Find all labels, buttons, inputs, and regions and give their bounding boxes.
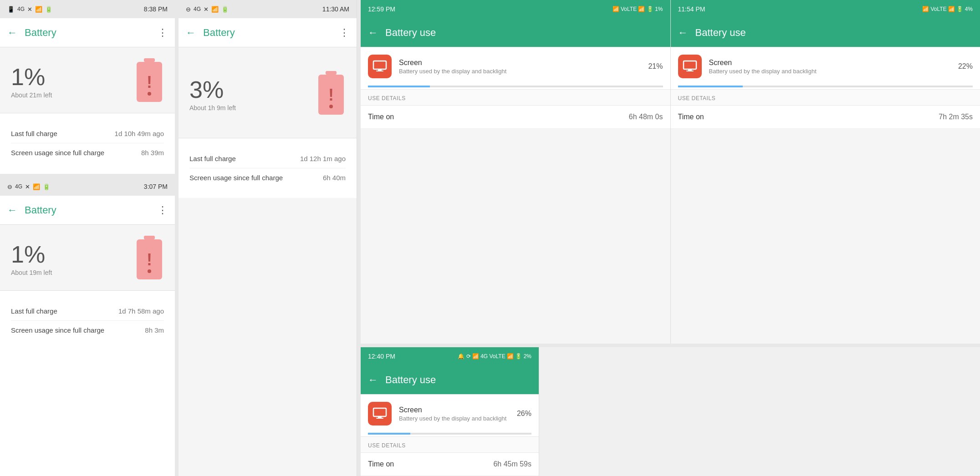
battery-time-left-3: About 19m left xyxy=(11,269,52,276)
use-header-1: ← Battery use xyxy=(361,18,670,47)
svg-text:!: ! xyxy=(328,86,334,104)
time-on-row-2: Time on 7h 2m 35s xyxy=(671,106,980,129)
status-left-3: ⊖ 4G ✕ 📶 🔋 xyxy=(7,183,50,190)
time-on-label-3: Time on xyxy=(368,460,394,468)
time-on-value-1: 6h 48m 0s xyxy=(629,113,663,121)
battery-details-3: Last full charge 1d 7h 58m ago Screen us… xyxy=(0,291,175,350)
battery-time-left-2: About 1h 9m left xyxy=(189,104,236,111)
svg-rect-15 xyxy=(684,61,696,69)
screen-usage-label-3: Screen usage since full charge xyxy=(11,326,104,334)
screen-info-1: Screen Battery used by the display and b… xyxy=(399,59,641,75)
use-panel-1: 12:59 PM 📶 VoLTE 📶 🔋 1% ← Battery use xyxy=(361,0,671,344)
time-on-row-3: Time on 6h 45m 59s xyxy=(361,453,539,476)
panel-battery-1: 📱 4G ✕ 📶 🔋 8:38 PM ← Battery ⋮ 1% About … xyxy=(0,0,179,476)
screen-usage-row-3: Screen usage since full charge 8h 3m xyxy=(11,321,164,339)
screen-name-3: Screen xyxy=(399,406,510,414)
svg-rect-20 xyxy=(376,418,383,419)
battery-summary-2: 3% About 1h 9m left ! xyxy=(179,47,357,138)
status-left-2: ⊖ 4G ✕ 📶 🔋 xyxy=(186,6,229,13)
screen-item-3: Screen Battery used by the display and b… xyxy=(361,395,539,433)
svg-point-7 xyxy=(148,269,151,273)
screen-icon-1 xyxy=(368,55,392,78)
battery-svg-1: ! xyxy=(135,58,164,104)
svg-rect-0 xyxy=(144,58,155,62)
screen-item-1: Screen Battery used by the display and b… xyxy=(361,47,670,86)
screen-usage-label-1: Screen usage since full charge xyxy=(11,149,104,157)
battery-svg-2: ! xyxy=(316,71,346,116)
battery-icon-2: ! xyxy=(316,71,346,118)
back-button-2[interactable]: ← xyxy=(186,27,196,39)
use-status-bar-2: 11:54 PM 📶 VoLTE 📶 🔋 4% xyxy=(671,0,980,18)
last-charge-row-2: Last full charge 1d 12h 1m ago xyxy=(189,149,346,168)
screen-name-1: Screen xyxy=(399,59,641,67)
status-left-1: 📱 4G ✕ 📶 🔋 xyxy=(7,6,52,13)
use-details-label-2: USE DETAILS xyxy=(671,89,980,106)
battery-percent-1: 1% xyxy=(11,65,52,89)
menu-button-2[interactable]: ⋮ xyxy=(339,27,349,39)
screen-usage-row-2: Screen usage since full charge 6h 40m xyxy=(189,168,346,187)
bat-2: 🔋 xyxy=(221,6,229,13)
menu-button-1[interactable]: ⋮ xyxy=(158,27,168,39)
screen-info-3: Screen Battery used by the display and b… xyxy=(399,406,510,422)
back-button-3[interactable]: ← xyxy=(7,204,17,216)
battery-time-left-1: About 21m left xyxy=(11,91,52,99)
bars-3: 📶 xyxy=(33,183,40,190)
screen-usage-value-1: 8h 39m xyxy=(141,149,164,157)
use-details-label-1: USE DETAILS xyxy=(361,89,670,106)
battery-text-2: 3% About 1h 9m left xyxy=(189,78,236,111)
status-bar-1: 📱 4G ✕ 📶 🔋 8:38 PM xyxy=(0,0,175,18)
svg-rect-19 xyxy=(378,416,382,418)
svg-rect-12 xyxy=(373,61,386,69)
block-icon-2: ⊖ xyxy=(186,6,191,13)
battery-screen-bottom-3: ⊖ 4G ✕ 📶 🔋 3:07 PM ← Battery ⋮ 1% About … xyxy=(0,177,175,476)
battery-details-2: Last full charge 1d 12h 1m ago Screen us… xyxy=(179,138,357,198)
screen-percent-2: 22% xyxy=(958,62,973,71)
screen-usage-value-3: 8h 3m xyxy=(145,326,164,334)
monitor-icon-3 xyxy=(373,406,387,421)
app-header-2: ← Battery ⋮ xyxy=(179,18,357,47)
screen-name-2: Screen xyxy=(709,59,951,67)
last-charge-label-2: Last full charge xyxy=(189,155,236,162)
last-charge-value-1: 1d 10h 49m ago xyxy=(115,130,164,137)
use-status-right-1: 📶 VoLTE 📶 🔋 1% xyxy=(612,6,663,12)
monitor-icon-2 xyxy=(683,59,697,74)
bars-2: 📶 xyxy=(211,6,219,13)
progress-container-1 xyxy=(368,86,663,87)
battery-summary-1: 1% About 21m left ! xyxy=(0,47,175,113)
svg-rect-4 xyxy=(144,236,155,239)
use-back-3[interactable]: ← xyxy=(368,374,378,386)
time-on-row-1: Time on 6h 48m 0s xyxy=(361,106,670,129)
time-on-value-3: 6h 45m 59s xyxy=(493,460,531,468)
network-2: 4G xyxy=(194,6,201,12)
block-icon-3: ⊖ xyxy=(7,183,12,190)
svg-rect-14 xyxy=(376,71,383,71)
panel-battery-2: ⊖ 4G ✕ 📶 🔋 11:30 AM ← Battery ⋮ 3% About… xyxy=(179,0,357,476)
screen-usage-label-2: Screen usage since full charge xyxy=(189,174,283,182)
status-time-3: 3:07 PM xyxy=(144,183,168,190)
use-panel-3: 12:40 PM 🔔 ⟳ 📶 4G VoLTE 📶 🔋 2% ← Battery… xyxy=(361,347,539,476)
back-button-1[interactable]: ← xyxy=(7,27,17,39)
use-time-2: 11:54 PM xyxy=(678,5,705,13)
device-icon: 📱 xyxy=(7,6,15,13)
use-back-2[interactable]: ← xyxy=(678,27,688,39)
svg-text:!: ! xyxy=(147,250,152,269)
use-back-1[interactable]: ← xyxy=(368,27,378,39)
battery-icon-3: ! xyxy=(135,236,164,283)
time-on-value-2: 7h 2m 35s xyxy=(939,113,973,121)
screen-icon-3 xyxy=(368,402,392,425)
use-status-right-3: 🔔 ⟳ 📶 4G VoLTE 📶 🔋 2% xyxy=(458,353,531,360)
svg-rect-8 xyxy=(326,71,337,75)
use-title-1: Battery use xyxy=(385,27,663,39)
screen-percent-1: 21% xyxy=(648,62,663,71)
use-status-right-2: 📶 VoLTE 📶 🔋 4% xyxy=(922,6,973,12)
battery-percent-3: 1% xyxy=(11,243,52,266)
status-time-1: 8:38 PM xyxy=(144,5,168,13)
screen-percent-3: 26% xyxy=(517,410,531,418)
screen-desc-3: Battery used by the display and backligh… xyxy=(399,415,510,422)
time-on-label-2: Time on xyxy=(678,113,704,121)
last-charge-row-3: Last full charge 1d 7h 58m ago xyxy=(11,302,164,321)
menu-button-3[interactable]: ⋮ xyxy=(158,204,168,216)
use-status-bar-3: 12:40 PM 🔔 ⟳ 📶 4G VoLTE 📶 🔋 2% xyxy=(361,347,539,365)
use-header-2: ← Battery use xyxy=(671,18,980,47)
svg-rect-13 xyxy=(378,69,382,71)
